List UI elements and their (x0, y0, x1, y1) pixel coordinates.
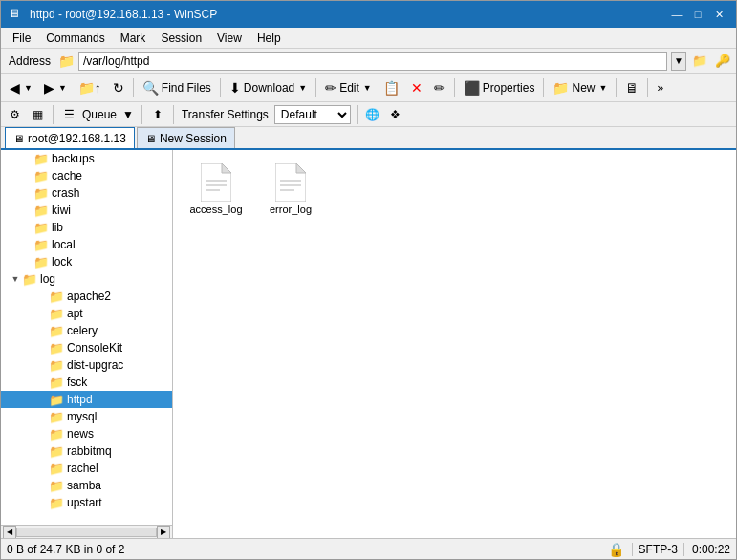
menu-session[interactable]: Session (153, 30, 209, 47)
tree-item-news[interactable]: 📁 news (1, 425, 172, 442)
find-files-button[interactable]: 🔍 Find Files (138, 76, 216, 99)
address-folder-btn[interactable]: 📁 (690, 52, 709, 71)
tree-label-mysql: mysql (67, 410, 97, 423)
session-tab-0[interactable]: 🖥 root@192.168.1.13 (5, 127, 135, 148)
putty-button[interactable]: 🖥 (620, 76, 643, 99)
new-button[interactable]: 📁 New ▼ (548, 76, 612, 99)
toolbar-main: ◀ ▼ ▶ ▼ 📁↑ ↻ 🔍 Find Files ⬇ Download ▼ ✏… (1, 74, 736, 102)
menu-file[interactable]: File (5, 30, 38, 47)
file-item-access-log[interactable]: access_log (183, 160, 249, 219)
address-bar: Address 📁 ▼ 📁 🔑 (1, 49, 736, 74)
tree-item-crash[interactable]: 📁 crash (1, 184, 172, 202)
tree-item-fsck[interactable]: 📁 fsck (1, 374, 172, 391)
tree-item-rachel[interactable]: 📁 rachel (1, 460, 172, 477)
tree-item-rabbitmq[interactable]: 📁 rabbitmq (1, 442, 172, 460)
tree-horizontal-scrollbar[interactable]: ◀ ▶ (1, 525, 172, 538)
menu-mark[interactable]: Mark (113, 30, 154, 47)
tree-item-mysql[interactable]: 📁 mysql (1, 408, 172, 425)
minimize-button[interactable]: — (667, 5, 686, 24)
file-tree[interactable]: 📁 backups 📁 cache 📁 crash 📁 kiwi (1, 150, 172, 525)
file-item-error-log[interactable]: error_log (257, 160, 324, 219)
address-label: Address (5, 54, 54, 68)
transfer-mode-select[interactable]: Default Binary Text Automatic (274, 105, 351, 124)
copy-icon: 📋 (383, 80, 400, 96)
tree-item-httpd[interactable]: 📁 httpd (1, 391, 172, 408)
scroll-left-button[interactable]: ◀ (3, 526, 16, 539)
file-icon-error-log (275, 163, 306, 202)
tree-label-lib: lib (52, 221, 63, 234)
folder-icon-consolekit: 📁 (49, 341, 64, 355)
tree-label-apt: apt (67, 307, 83, 320)
copy-button[interactable]: 📋 (379, 76, 404, 99)
tree-item-upstart[interactable]: 📁 upstart (1, 494, 172, 511)
menu-help[interactable]: Help (249, 30, 289, 47)
delete-button[interactable]: ✕ (406, 76, 427, 99)
main-content: 📁 backups 📁 cache 📁 crash 📁 kiwi (1, 150, 736, 538)
statusbar: 0 B of 24.7 KB in 0 of 2 🔒 SFTP-3 0:00:2… (1, 538, 736, 559)
tree-item-samba[interactable]: 📁 samba (1, 477, 172, 494)
queue-icon[interactable]: ☰ (59, 105, 78, 124)
forward-button[interactable]: ▶ ▼ (39, 76, 72, 99)
tree-label-kiwi: kiwi (52, 204, 71, 217)
download-button[interactable]: ⬇ Download ▼ (225, 76, 312, 99)
globe-icon[interactable]: 🌐 (363, 105, 382, 124)
scroll-track[interactable] (16, 528, 157, 537)
menu-view[interactable]: View (209, 30, 249, 47)
session-tab-1[interactable]: 🖥 New Session (137, 127, 235, 148)
tree-item-apt[interactable]: 📁 apt (1, 305, 172, 322)
settings-icon[interactable]: ⚙ (5, 105, 24, 124)
keepup-icon[interactable]: ⬆ (148, 105, 167, 124)
address-key-btn[interactable]: 🔑 (713, 52, 732, 71)
more-icon: » (657, 81, 663, 95)
edit-button[interactable]: ✏ Edit ▼ (320, 76, 377, 99)
menubar: File Commands Mark Session View Help (1, 28, 736, 49)
protocol-label: SFTP-3 (632, 543, 684, 556)
tree-item-log[interactable]: ▼ 📁 log (1, 270, 172, 288)
properties-label: Properties (483, 81, 535, 95)
menu-commands[interactable]: Commands (38, 30, 112, 47)
tree-item-dist-upgrade[interactable]: 📁 dist-upgrac (1, 356, 172, 374)
file-tree-panel: 📁 backups 📁 cache 📁 crash 📁 kiwi (1, 150, 173, 538)
maximize-button[interactable]: □ (688, 5, 707, 24)
expand-kiwi (20, 204, 33, 217)
refresh-icon: ↻ (113, 80, 124, 96)
view-mode-icon[interactable]: ▦ (28, 105, 47, 124)
tree-item-cache[interactable]: 📁 cache (1, 167, 172, 184)
expand-log[interactable]: ▼ (9, 272, 22, 286)
tree-item-lib[interactable]: 📁 lib (1, 219, 172, 236)
folder-icon-httpd: 📁 (49, 393, 64, 406)
svg-marker-6 (296, 163, 306, 173)
tree-item-celery[interactable]: 📁 celery (1, 322, 172, 339)
apps-icon[interactable]: ❖ (386, 105, 405, 124)
separator-6 (616, 78, 617, 97)
separator-t3 (173, 105, 174, 124)
expand-cache (20, 169, 33, 183)
tree-item-consolekit[interactable]: 📁 ConsoleKit (1, 339, 172, 356)
address-input[interactable] (78, 52, 667, 71)
expand-celery (35, 324, 49, 337)
session-tab-1-label: New Session (160, 132, 227, 145)
main-window: 🖥 httpd - root@192.168.1.13 - WinSCP — □… (0, 0, 737, 560)
back-button[interactable]: ◀ ▼ (5, 76, 37, 99)
folder-icon-lock: 📁 (33, 255, 49, 269)
tree-item-lock[interactable]: 📁 lock (1, 253, 172, 270)
more-button[interactable]: » (652, 76, 668, 99)
close-button[interactable]: ✕ (709, 5, 728, 24)
scroll-right-button[interactable]: ▶ (157, 526, 170, 539)
separator-t2 (141, 105, 142, 124)
tree-item-backups[interactable]: 📁 backups (1, 150, 172, 167)
properties-button[interactable]: ⬛ Properties (459, 76, 540, 99)
tree-item-kiwi[interactable]: 📁 kiwi (1, 202, 172, 219)
download-icon: ⬇ (229, 80, 241, 96)
tree-label-rabbitmq: rabbitmq (67, 444, 112, 458)
file-view-panel[interactable]: access_log error_log (173, 150, 736, 538)
transfer-settings-label: Transfer Settings (180, 108, 271, 121)
refresh-button[interactable]: ↻ (108, 76, 129, 99)
expand-apt (35, 307, 49, 320)
address-dropdown[interactable]: ▼ (671, 52, 686, 71)
tree-item-local[interactable]: 📁 local (1, 236, 172, 253)
rename-button[interactable]: ✏ (429, 76, 450, 99)
tree-item-apache2[interactable]: 📁 apache2 (1, 288, 172, 305)
parent-dir-button[interactable]: 📁↑ (74, 76, 106, 99)
expand-local (20, 238, 33, 251)
